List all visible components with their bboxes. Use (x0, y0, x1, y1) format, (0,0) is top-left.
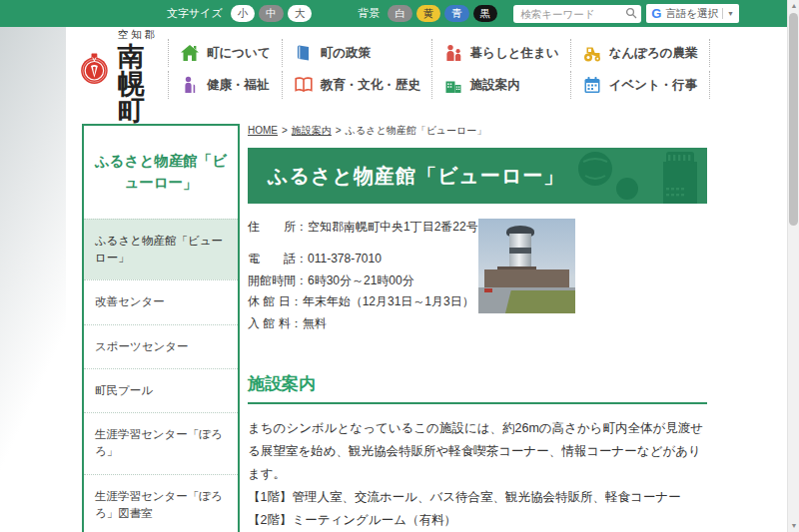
sidebar-item-pororo[interactable]: 生涯学習センター「ぽろろ」 (84, 412, 238, 474)
book-icon (294, 43, 314, 63)
site-header: 北海道空知郡 南幌町 町について 町の政策 暮らしと住ま (66, 27, 745, 111)
divider (722, 8, 723, 19)
nav-item-education-culture[interactable]: 教育・文化・歴史 (282, 71, 431, 99)
search-input[interactable] (513, 5, 641, 23)
nav-item-label: 暮らしと住まい (470, 45, 559, 62)
page-title: ふるさと物産館「ビューロー」 (268, 163, 564, 190)
search-icon[interactable] (625, 7, 637, 19)
breadcrumb-section-link[interactable]: 施設案内 (292, 125, 332, 136)
scrollbar-thumb[interactable] (789, 13, 798, 226)
building-icon (443, 75, 463, 95)
detail-address: 住 所：空知郡南幌町中央1丁目2番22号 (248, 219, 478, 236)
nav-item-town-policy[interactable]: 町の政策 (282, 39, 431, 67)
tractor-icon (582, 43, 602, 63)
nav-item-label: なんぽろの農業 (609, 45, 698, 62)
bg-white-button[interactable]: 白 (388, 5, 412, 22)
nav-item-about-town[interactable]: 町について (168, 39, 282, 67)
breadcrumb: HOME>施設案内>ふるさと物産館「ビューロー」 (248, 124, 707, 138)
family-icon (443, 43, 463, 63)
facility-description: まちのシンボルとなっているこの施設には、約26mの高さから町内全体が見渡せる展望… (248, 417, 707, 486)
logo-town-text: 南幌町 (118, 44, 168, 125)
sidebar-item-town-pool[interactable]: 町民プール (84, 368, 238, 412)
town-logo[interactable]: 北海道空知郡 南幌町 (80, 14, 168, 125)
detail-phone: 電 話：011-378-7010 (248, 251, 478, 267)
detail-closed-days: 休 館 日：年末年始（12月31日～1月3日） (248, 293, 478, 310)
person-cane-icon (180, 75, 200, 95)
page-container: 北海道空知郡 南幌町 町について 町の政策 暮らしと住ま (66, 27, 745, 532)
background-label: 背景 (358, 6, 380, 21)
detail-hours-value: 6時30分～21時00分 (308, 272, 414, 289)
breadcrumb-home-link[interactable]: HOME (248, 125, 278, 136)
page-title-banner: ふるさと物産館「ビューロー」 (248, 148, 707, 204)
open-book-icon (294, 75, 314, 95)
nav-item-events[interactable]: イベント・行事 (570, 71, 710, 99)
google-logo-icon: G (651, 7, 661, 20)
banner-decoration-icons (547, 148, 707, 204)
nav-item-label: イベント・行事 (609, 77, 698, 94)
facility-photo (478, 219, 575, 313)
facility-guide-body: まちのシンボルとなっているこの施設には、約26mの高さから町内全体が見渡せる展望… (248, 417, 707, 532)
nav-item-living[interactable]: 暮らしと住まい (431, 39, 570, 67)
vertical-scrollbar[interactable]: ▲ ▼ (787, 0, 799, 532)
facility-sidebar: ふるさと物産館「ビューロー」 ふるさと物産館「ビューロー」 改善センター スポー… (82, 124, 240, 532)
chevron-down-icon: ▼ (727, 10, 734, 17)
section-heading-facility-guide: 施設案内 (248, 372, 707, 404)
font-size-large-button[interactable]: 大 (288, 5, 313, 22)
nav-item-facilities[interactable]: 施設案内 (431, 71, 570, 99)
bg-yellow-button[interactable]: 黄 (416, 5, 441, 22)
calendar-icon (582, 75, 602, 95)
detail-admission: 入 館 料：無料 (248, 315, 478, 332)
font-size-medium-button[interactable]: 中 (259, 5, 284, 22)
language-select-dropdown[interactable]: G 言語を選択 ▼ (646, 4, 739, 23)
nav-item-health-welfare[interactable]: 健康・福祉 (168, 71, 282, 99)
font-size-label: 文字サイズ (167, 6, 223, 21)
nav-item-label: 町について (207, 45, 271, 62)
sidebar-item-kaizen-center[interactable]: 改善センター (84, 279, 238, 323)
nav-item-agriculture[interactable]: なんぽろの農業 (570, 39, 710, 67)
font-size-small-button[interactable]: 小 (231, 5, 256, 22)
detail-address-value: 空知郡南幌町中央1丁目2番22号 (308, 219, 478, 236)
sidebar-item-pororo-library[interactable]: 生涯学習センター「ぽろろ」図書室 (84, 474, 238, 532)
facility-details: 住 所：空知郡南幌町中央1丁目2番22号 電 話：011-378-7010 開館… (248, 219, 707, 336)
detail-hours: 開館時間：6時30分～21時00分 (248, 272, 478, 289)
bg-blue-button[interactable]: 青 (444, 5, 469, 22)
language-select-label: 言語を選択 (665, 7, 718, 21)
town-emblem-icon (80, 42, 109, 96)
floor-1-info: 【1階】管理人室、交流ホール、バス待合室、観光協会特販所、軽食コーナー (248, 486, 707, 509)
main-content: HOME>施設案内>ふるさと物産館「ビューロー」 ふるさと物産館「ビューロー」 (248, 124, 745, 532)
detail-closed-days-value: 年末年始（12月31日～1月3日） (303, 293, 474, 310)
scroll-up-arrow[interactable]: ▲ (788, 0, 799, 12)
sidebar-item-bureau[interactable]: ふるさと物産館「ビューロー」 (84, 219, 238, 280)
scroll-down-arrow[interactable]: ▼ (788, 520, 799, 532)
house-icon (180, 43, 200, 63)
sidebar-title: ふるさと物産館「ビューロー」 (84, 126, 238, 219)
nav-item-label: 町の政策 (321, 45, 371, 62)
detail-phone-value: 011-378-7010 (308, 251, 382, 267)
nav-item-label: 教育・文化・歴史 (321, 77, 420, 94)
main-navigation: 町について 町の政策 暮らしと住まい なんぽろの農業 (168, 39, 710, 99)
floor-2-info: 【2階】ミーティングルーム（有料） (248, 509, 707, 532)
utility-bar: 文字サイズ 小 中 大 背景 白 黄 青 黒 G 言語を選択 ▼ (0, 0, 799, 27)
breadcrumb-current: ふるさと物産館「ビューロー」 (346, 125, 487, 136)
nav-item-label: 健康・福祉 (207, 77, 270, 94)
bg-black-button[interactable]: 黒 (473, 5, 498, 22)
detail-admission-value: 無料 (303, 315, 327, 332)
sidebar-item-sports-center[interactable]: スポーツセンター (84, 324, 238, 368)
nav-item-label: 施設案内 (470, 77, 520, 94)
